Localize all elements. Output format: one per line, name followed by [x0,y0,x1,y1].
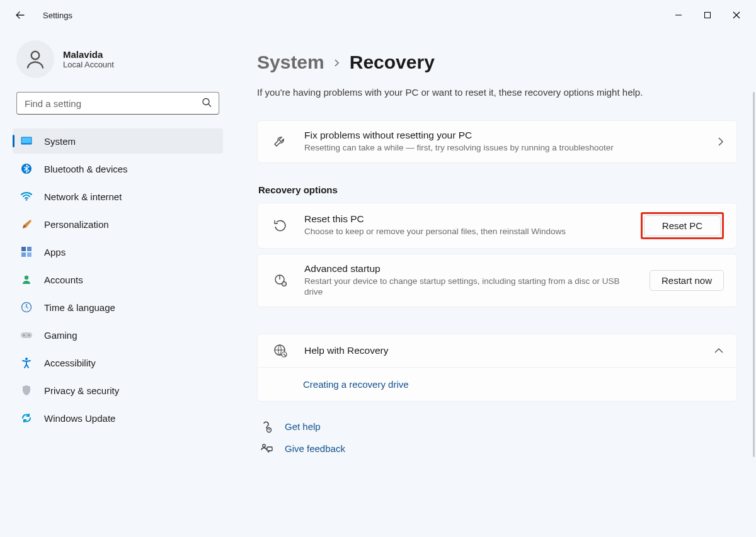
titlebar: Settings [0,0,756,30]
svg-rect-12 [27,252,32,257]
sidebar-item-system[interactable]: System [13,128,223,154]
maximize-button[interactable] [693,3,722,28]
svg-point-17 [28,335,30,336]
sidebar-item-label: System [44,136,76,147]
card-title: Advanced startup [304,263,642,274]
profile-block[interactable]: Malavida Local Account [13,40,223,78]
get-help-row[interactable]: Get help [260,415,737,438]
svg-rect-6 [22,138,32,144]
give-feedback-link[interactable]: Give feedback [285,443,345,454]
sidebar-item-network[interactable]: Network & internet [13,184,223,209]
power-gear-icon [272,273,289,288]
reset-pc-button[interactable]: Reset PC [644,215,721,236]
chevron-right-icon [333,57,341,70]
svg-point-18 [25,358,28,360]
sidebar-item-label: Time & language [44,302,115,313]
sidebar-item-accessibility[interactable]: Accessibility [13,350,223,375]
reset-icon [272,218,289,232]
apps-icon [20,246,33,258]
sidebar-item-label: Windows Update [44,413,115,424]
sidebar-item-windows-update[interactable]: Windows Update [13,405,223,431]
chevron-right-icon [718,137,724,147]
give-feedback-row[interactable]: Give feedback [260,438,737,460]
sidebar-item-personalization[interactable]: Personalization [13,212,223,237]
sidebar-item-label: Accessibility [44,358,96,368]
svg-point-16 [23,335,25,336]
back-button[interactable] [15,10,25,20]
svg-rect-26 [267,447,272,451]
sidebar-item-gaming[interactable]: Gaming [13,322,223,348]
sidebar-item-label: Apps [44,247,66,257]
display-icon [20,135,33,147]
shield-icon [20,384,33,397]
fix-problems-card[interactable]: Fix problems without resetting your PC R… [257,120,737,163]
svg-rect-11 [21,252,26,257]
sidebar-item-label: Privacy & security [44,385,119,396]
search-wrap [16,92,219,115]
wifi-icon [20,190,33,203]
restart-now-button[interactable]: Restart now [650,270,724,291]
avatar [16,40,54,78]
window-controls [664,3,751,28]
reset-pc-card: Reset this PC Choose to keep or remove y… [257,203,737,249]
clock-globe-icon [20,301,33,314]
gamepad-icon [20,329,33,341]
get-help-link[interactable]: Get help [285,421,321,432]
svg-point-13 [25,276,28,280]
sidebar-item-accounts[interactable]: Accounts [13,267,223,292]
sidebar: Malavida Local Account System Bluetooth … [0,30,233,460]
svg-rect-15 [21,332,32,338]
card-desc: Restart your device to change startup se… [304,276,632,298]
breadcrumb-parent[interactable]: System [257,52,324,73]
close-button[interactable] [722,3,751,28]
sidebar-nav: System Bluetooth & devices Network & int… [13,128,223,431]
svg-line-4 [209,105,211,107]
svg-point-3 [203,99,209,105]
main-content: System Recovery If you're having problem… [233,30,756,460]
sidebar-item-label: Gaming [44,330,77,341]
help-icon [260,421,273,433]
card-title: Help with Recovery [304,345,706,356]
search-input[interactable] [16,92,219,115]
scrollbar[interactable] [753,92,755,457]
svg-point-8 [26,199,28,201]
card-desc: Resetting can take a while — first, try … [304,142,710,154]
page-lead: If you're having problems with your PC o… [257,87,737,98]
footer-links: Get help Give feedback [257,415,737,460]
help-link-row: Creating a recovery drive [257,368,737,402]
profile-subtitle: Local Account [63,60,114,69]
section-label: Recovery options [258,184,737,195]
card-title: Reset this PC [304,213,633,225]
sidebar-item-label: Bluetooth & devices [44,164,128,174]
profile-name: Malavida [63,49,114,60]
minimize-button[interactable] [664,3,693,28]
brush-icon [20,218,33,230]
account-icon [20,273,33,286]
sidebar-item-time-language[interactable]: Time & language [13,295,223,320]
breadcrumb-current: Recovery [350,52,435,73]
chevron-up-icon [714,348,724,354]
globe-help-icon [272,343,289,358]
svg-rect-1 [705,13,711,18]
wrench-icon [272,134,289,149]
sidebar-item-privacy[interactable]: Privacy & security [13,378,223,403]
sidebar-item-bluetooth[interactable]: Bluetooth & devices [13,156,223,181]
feedback-icon [260,443,273,455]
svg-point-24 [267,427,272,432]
accessibility-icon [20,356,33,369]
help-recovery-card[interactable]: Help with Recovery [257,334,737,368]
svg-rect-9 [21,247,26,251]
sidebar-item-apps[interactable]: Apps [13,239,223,264]
app-title: Settings [43,11,72,20]
creating-recovery-drive-link[interactable]: Creating a recovery drive [303,379,409,390]
svg-rect-10 [27,247,32,251]
svg-point-25 [263,444,265,446]
search-icon [202,98,212,110]
update-icon [20,412,33,424]
sidebar-item-label: Personalization [44,219,109,230]
highlight-frame: Reset PC [641,212,724,239]
breadcrumb: System Recovery [257,52,737,73]
advanced-startup-card: Advanced startup Restart your device to … [257,254,737,307]
card-desc: Choose to keep or remove your personal f… [304,226,633,237]
sidebar-item-label: Accounts [44,274,83,285]
